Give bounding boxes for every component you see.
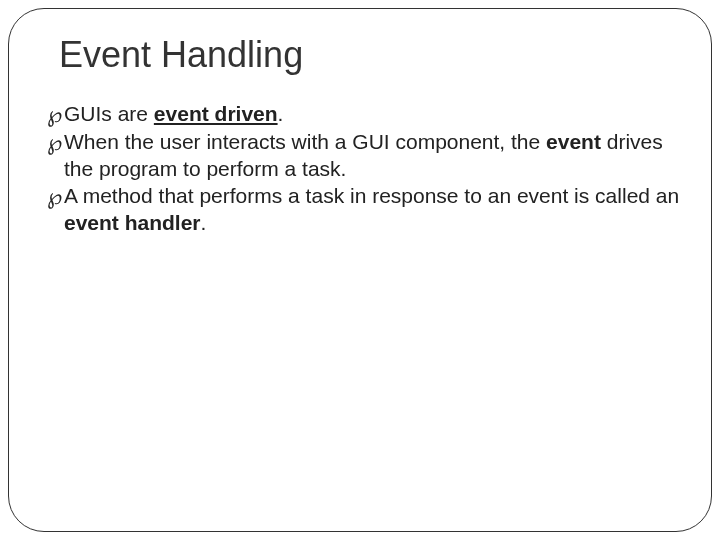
text-segment: A method that performs a task in respons…: [64, 184, 679, 207]
text-segment: event: [546, 130, 601, 153]
slide-frame: Event Handling ℘GUIs are event driven.℘W…: [8, 8, 712, 532]
slide-title: Event Handling: [59, 34, 681, 76]
text-segment: When the user interacts with a GUI compo…: [64, 130, 546, 153]
bullet-item: ℘A method that performs a task in respon…: [47, 183, 681, 237]
text-segment: GUIs are: [64, 102, 154, 125]
bullet-text: A method that performs a task in respons…: [64, 183, 681, 237]
bullet-marker-icon: ℘: [47, 129, 62, 157]
bullet-marker-icon: ℘: [47, 183, 62, 211]
bullet-text: GUIs are event driven.: [64, 101, 681, 128]
text-segment: event driven: [154, 102, 278, 125]
bullet-text: When the user interacts with a GUI compo…: [64, 129, 681, 183]
bullet-list: ℘GUIs are event driven.℘When the user in…: [47, 101, 681, 237]
text-segment: event handler: [64, 211, 201, 234]
bullet-item: ℘When the user interacts with a GUI comp…: [47, 129, 681, 183]
bullet-marker-icon: ℘: [47, 101, 62, 129]
text-segment: .: [201, 211, 207, 234]
text-segment: .: [278, 102, 284, 125]
bullet-item: ℘GUIs are event driven.: [47, 101, 681, 129]
